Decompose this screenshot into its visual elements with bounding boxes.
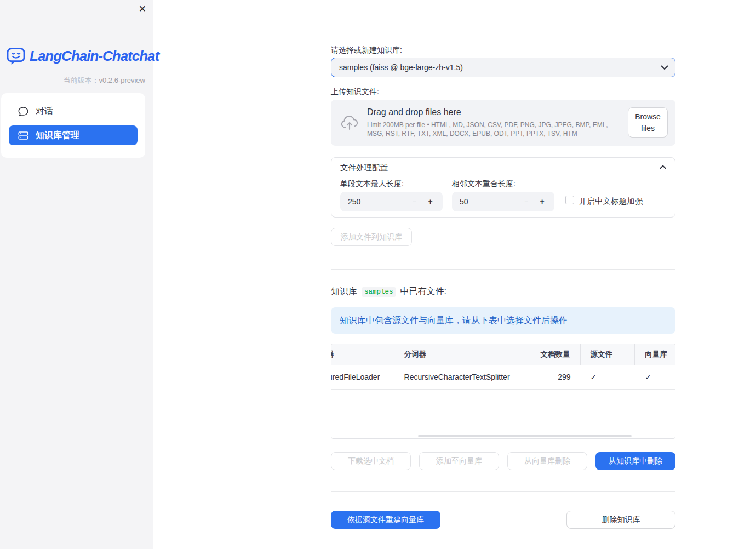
col-header-vector-store: 向量库 bbox=[635, 344, 675, 365]
chunk-overlap-value: 50 bbox=[460, 197, 518, 206]
version-label: 当前版本： bbox=[63, 76, 99, 84]
upload-label: 上传知识文件: bbox=[331, 87, 379, 97]
chunk-size-label: 单段文本最大长度: bbox=[340, 179, 404, 189]
step-minus-button[interactable]: − bbox=[518, 197, 534, 206]
heading-prefix: 知识库 bbox=[331, 286, 357, 298]
kb-files-heading: 知识库 samples 中已有文件: bbox=[331, 286, 446, 298]
cell-splitter: RecursiveCharacterTextSplitter bbox=[394, 365, 520, 389]
chevron-up-icon[interactable] bbox=[660, 165, 666, 169]
cloud-upload-icon bbox=[340, 115, 359, 131]
info-banner: 知识库中包含源文件与向量库，请从下表中选择文件后操作 bbox=[331, 307, 675, 334]
delete-from-kb-button[interactable]: 从知识库中删除 bbox=[595, 452, 675, 470]
kb-select-value: samples (faiss @ bge-large-zh-v1.5) bbox=[339, 63, 661, 72]
cell-doc-count: 299 bbox=[520, 365, 581, 389]
info-text: 知识库中包含源文件与向量库，请从下表中选择文件后操作 bbox=[340, 315, 568, 327]
delete-from-vectorstore-button[interactable]: 从向量库删除 bbox=[507, 452, 587, 470]
col-header-doc-count: 文档数量 bbox=[520, 344, 581, 365]
table-header-row: 文档加载器 分词器 文档数量 源文件 向量库 bbox=[331, 344, 675, 365]
col-header-loader: 文档加载器 bbox=[331, 344, 394, 365]
col-header-source-file: 源文件 bbox=[581, 344, 635, 365]
dropzone-title: Drag and drop files here bbox=[367, 107, 626, 117]
step-minus-button[interactable]: − bbox=[406, 197, 422, 206]
app-window: ✕ LangChain-Chatchat 当前版本：v0.2.6-preview bbox=[0, 0, 756, 549]
sidebar-item-kb-management[interactable]: 知识库管理 bbox=[9, 125, 138, 145]
zh-title-enhance-label: 开启中文标题加强 bbox=[579, 196, 643, 207]
sidebar-item-label: 知识库管理 bbox=[36, 130, 79, 141]
chunk-size-value: 250 bbox=[348, 197, 406, 206]
browse-files-button[interactable]: Browse files bbox=[628, 107, 668, 138]
col-header-splitter: 分词器 bbox=[394, 344, 520, 365]
version-caption: 当前版本：v0.2.6-preview bbox=[63, 76, 145, 85]
version-value: v0.2.6-preview bbox=[99, 76, 145, 84]
sidebar-item-label: 对话 bbox=[36, 106, 53, 117]
kb-stack-icon bbox=[18, 130, 28, 141]
chunk-overlap-label: 相邻文本重合长度: bbox=[452, 179, 516, 189]
dropzone-text: Drag and drop files here Limit 200MB per… bbox=[367, 107, 626, 138]
chevron-down-icon bbox=[661, 65, 668, 70]
cell-vector-store-check: ✓ bbox=[635, 365, 675, 389]
divider bbox=[331, 269, 675, 270]
sidebar-item-dialogue[interactable]: 对话 bbox=[9, 102, 138, 121]
kb-select-label: 请选择或新建知识库: bbox=[331, 45, 402, 55]
app-logo: LangChain-Chatchat bbox=[7, 47, 159, 65]
file-config-expander: 文件处理配置 单段文本最大长度: 相邻文本重合长度: 250 − + 50 − … bbox=[331, 157, 675, 218]
add-files-to-kb-button[interactable]: 添加文件到知识库 bbox=[331, 228, 412, 246]
cell-loader: UnstructuredFileLoader bbox=[331, 365, 394, 389]
step-plus-button[interactable]: + bbox=[422, 197, 438, 206]
delete-kb-button[interactable]: 删除知识库 bbox=[566, 511, 675, 529]
cell-source-file-check: ✓ bbox=[581, 365, 635, 389]
add-to-vectorstore-button[interactable]: 添加至向量库 bbox=[419, 452, 499, 470]
expander-title[interactable]: 文件处理配置 bbox=[340, 163, 388, 173]
kb-files-table: 文档加载器 分词器 文档数量 源文件 向量库 UnstructuredFileL… bbox=[331, 344, 675, 439]
logo-text: LangChain-Chatchat bbox=[30, 48, 159, 65]
chat-bubble-icon bbox=[18, 106, 28, 117]
main-content: 请选择或新建知识库: samples (faiss @ bge-large-zh… bbox=[331, 0, 675, 549]
step-plus-button[interactable]: + bbox=[534, 197, 550, 206]
rebuild-vectorstore-button[interactable]: 依据源文件重建向量库 bbox=[331, 511, 440, 529]
sidebar-close-icon[interactable]: ✕ bbox=[139, 4, 146, 15]
logo-chat-smiley-icon bbox=[7, 47, 26, 65]
table-row[interactable]: UnstructuredFileLoader RecursiveCharacte… bbox=[331, 365, 675, 390]
dropzone-limit-text: Limit 200MB per file • HTML, MD, JSON, C… bbox=[367, 121, 626, 138]
sidebar: ✕ LangChain-Chatchat 当前版本：v0.2.6-preview bbox=[0, 0, 153, 549]
kb-name-code: samples bbox=[362, 287, 396, 297]
chunk-size-input[interactable]: 250 − + bbox=[340, 192, 443, 211]
kb-select-dropdown[interactable]: samples (faiss @ bge-large-zh-v1.5) bbox=[331, 58, 675, 77]
sidebar-menu: 对话 知识库管理 bbox=[1, 93, 145, 158]
download-selected-button[interactable]: 下载选中文档 bbox=[331, 452, 411, 470]
file-dropzone[interactable]: Drag and drop files here Limit 200MB per… bbox=[331, 100, 675, 146]
divider bbox=[331, 491, 675, 492]
chunk-overlap-input[interactable]: 50 − + bbox=[452, 192, 554, 211]
table-horizontal-scrollbar[interactable] bbox=[418, 435, 632, 437]
heading-suffix: 中已有文件: bbox=[400, 286, 446, 298]
zh-title-enhance-checkbox[interactable] bbox=[565, 196, 574, 204]
